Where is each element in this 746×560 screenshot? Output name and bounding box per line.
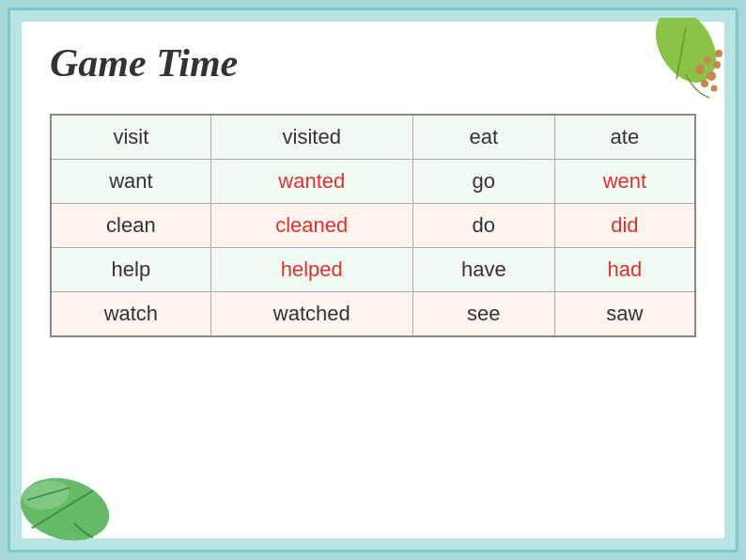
vocab-table: visitvisitedeatatewantwantedgowentcleanc… — [50, 114, 696, 337]
table-cell-1-3: went — [554, 160, 695, 204]
table-cell-2-1: cleaned — [210, 204, 412, 248]
table-cell-2-2: do — [412, 204, 554, 248]
svg-point-2 — [695, 65, 705, 74]
table-cell-2-3: did — [554, 204, 695, 248]
table-row: helphelpedhavehad — [51, 248, 695, 292]
table-row: wantwantedgowent — [51, 160, 695, 204]
table-cell-4-2: see — [412, 292, 554, 337]
table-cell-0-0: visit — [51, 115, 210, 160]
table-cell-1-1: wanted — [210, 160, 412, 204]
svg-point-3 — [707, 71, 716, 81]
svg-point-4 — [704, 56, 711, 64]
table-row: visitvisitedeatate — [51, 115, 695, 160]
table-cell-0-1: visited — [210, 115, 412, 160]
svg-line-12 — [27, 488, 70, 500]
svg-point-11 — [21, 477, 71, 513]
svg-point-7 — [701, 80, 708, 87]
table-cell-1-0: want — [51, 160, 210, 204]
table-cell-3-2: have — [412, 248, 554, 292]
table-cell-3-3: had — [554, 248, 695, 292]
table-cell-4-1: watched — [210, 292, 412, 337]
page-title: Game Time — [50, 40, 696, 86]
table-cell-0-3: ate — [554, 115, 695, 160]
inner-card: Game Time visitvisitedeatatewantwantedgo… — [22, 22, 724, 538]
table-cell-1-2: go — [412, 160, 554, 204]
table-cell-4-3: saw — [554, 292, 695, 337]
table-cell-3-0: help — [51, 248, 210, 292]
svg-point-5 — [713, 61, 721, 69]
table-cell-0-2: eat — [412, 115, 554, 160]
table-row: watchwatchedseesaw — [51, 292, 695, 337]
leaf-bottom-left-decoration — [18, 458, 112, 542]
svg-point-9 — [18, 469, 112, 542]
svg-point-6 — [715, 50, 723, 57]
table-cell-4-0: watch — [51, 292, 210, 337]
svg-line-10 — [32, 490, 93, 528]
outer-border: Game Time visitvisitedeatatewantwantedgo… — [8, 8, 738, 552]
table-cell-3-1: helped — [210, 248, 412, 292]
table-row: cleancleaneddodid — [51, 204, 695, 248]
svg-point-8 — [711, 86, 718, 92]
table-cell-2-0: clean — [51, 204, 210, 248]
